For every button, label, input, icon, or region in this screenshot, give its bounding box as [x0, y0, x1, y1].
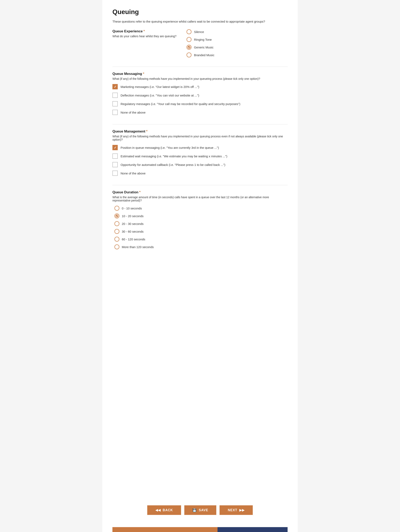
divider-3 [112, 185, 288, 185]
checkbox-box-none-management[interactable] [112, 171, 118, 176]
radio-label-generic: Generic Music [194, 46, 213, 49]
checkbox-label-regulatory: Regulatory messages (i.e. "Your call may… [121, 102, 240, 106]
queue-duration-subtitle: What is the average amount of time (in s… [112, 196, 288, 202]
queue-management-title: Queue Management* [112, 129, 288, 133]
radio-label-30-60: 30 - 60 seconds [122, 230, 144, 233]
radio-label-120plus: More than 120 seconds [122, 245, 154, 249]
back-label: BACK [163, 508, 173, 512]
footer-stripe [112, 527, 288, 532]
radio-checked-icon-generic [187, 45, 191, 50]
queue-experience-subtitle: What do your callers hear whilst they ar… [112, 35, 176, 38]
radio-60-120[interactable]: 60 - 120 seconds [115, 237, 288, 241]
checkbox-deflection[interactable]: Deflection messages (i.e. "You can visit… [112, 93, 288, 98]
radio-circle-silence[interactable] [187, 29, 191, 34]
back-arrow-icon: ◀◀ [155, 508, 161, 512]
button-row: ◀◀ BACK 💾 SAVE NEXT ▶▶ [112, 505, 288, 525]
checkbox-label-none-management: None of the above [121, 171, 146, 175]
queue-experience-options: Silence Ringing Tone Gener [187, 29, 288, 57]
queue-management-options: Position in queue messaging (i.e. "You a… [112, 145, 288, 176]
queue-experience-title: Queue Experience* [112, 29, 176, 33]
checkbox-label-position: Position in queue messaging (i.e. "You a… [121, 146, 219, 149]
page-title: Queuing [112, 8, 288, 16]
checkbox-regulatory[interactable]: Regulatory messages (i.e. "Your call may… [112, 101, 288, 107]
radio-label-silence: Silence [194, 30, 204, 34]
divider-2 [112, 124, 288, 124]
save-icon: 💾 [193, 508, 197, 512]
radio-0-10[interactable]: 0 - 10 seconds [115, 206, 288, 211]
back-button[interactable]: ◀◀ BACK [147, 505, 181, 515]
radio-120plus[interactable]: More than 120 seconds [115, 244, 288, 249]
radio-label-60-120: 60 - 120 seconds [122, 238, 145, 241]
radio-label-10-20: 10 - 20 seconds [122, 214, 144, 218]
queue-experience-section: Queue Experience* What do your callers h… [112, 29, 288, 57]
divider-1 [112, 67, 288, 67]
radio-checked-icon-10-20 [115, 214, 119, 218]
radio-generic-music[interactable]: Generic Music [187, 45, 288, 50]
footer-orange [112, 527, 218, 532]
page-wrapper: Queuing These questions refer to the que… [102, 0, 298, 532]
queue-management-subtitle: What (if any) of the following methods h… [112, 135, 288, 141]
queue-messaging-options: Marketing messages (i.e. "Our latest wid… [112, 84, 288, 115]
radio-30-60[interactable]: 30 - 60 seconds [115, 229, 288, 234]
checkbox-box-callback[interactable] [112, 162, 118, 167]
checkbox-estimated-wait[interactable]: Estimated wait messaging (i.e. "We estim… [112, 153, 288, 159]
save-button[interactable]: 💾 SAVE [184, 505, 216, 515]
checkbox-none-messaging[interactable]: None of the above [112, 110, 288, 115]
queue-messaging-title: Queue Messaging* [112, 72, 288, 76]
radio-circle-ringing[interactable] [187, 37, 191, 42]
next-arrow-icon: ▶▶ [239, 508, 245, 512]
checkbox-label-deflection: Deflection messages (i.e. "You can visit… [121, 94, 199, 97]
radio-circle-0-10[interactable] [115, 206, 119, 211]
checkbox-callback[interactable]: Opportunity for automated callback (i.e.… [112, 162, 288, 167]
radio-label-20-30: 20 - 30 seconds [122, 222, 144, 226]
radio-branded-music[interactable]: Branded Music [187, 52, 288, 57]
radio-circle-20-30[interactable] [115, 221, 119, 226]
radio-circle-60-120[interactable] [115, 237, 119, 241]
checkbox-label-estimated: Estimated wait messaging (i.e. "We estim… [121, 154, 227, 158]
radio-20-30[interactable]: 20 - 30 seconds [115, 221, 288, 226]
checkbox-box-position[interactable] [112, 145, 118, 150]
radio-label-0-10: 0 - 10 seconds [122, 207, 142, 210]
queue-duration-title: Queue Duration* [112, 190, 288, 194]
bottom-bar: ◀◀ BACK 💾 SAVE NEXT ▶▶ [112, 497, 288, 525]
checkbox-box-deflection[interactable] [112, 93, 118, 98]
next-label: NEXT [228, 508, 237, 512]
radio-silence[interactable]: Silence [187, 29, 288, 34]
checkbox-box-estimated[interactable] [112, 153, 118, 159]
save-label: SAVE [199, 508, 208, 512]
checkbox-box-none-messaging[interactable] [112, 110, 118, 115]
checkbox-none-management[interactable]: None of the above [112, 171, 288, 176]
radio-label-ringing: Ringing Tone [194, 38, 212, 41]
radio-label-branded: Branded Music [194, 53, 214, 57]
checkbox-label-none-messaging: None of the above [121, 111, 146, 114]
checkbox-position[interactable]: Position in queue messaging (i.e. "You a… [112, 145, 288, 150]
radio-circle-120plus[interactable] [115, 244, 119, 249]
checkbox-label-marketing: Marketing messages (i.e. "Our latest wid… [121, 85, 199, 89]
queue-duration-section: Queue Duration* What is the average amou… [112, 190, 288, 249]
queue-duration-options: 0 - 10 seconds 10 - 20 seconds 20 - 30 s… [115, 206, 288, 249]
radio-circle-30-60[interactable] [115, 229, 119, 234]
radio-circle-branded[interactable] [187, 52, 191, 57]
checkbox-box-regulatory[interactable] [112, 101, 118, 107]
next-button[interactable]: NEXT ▶▶ [219, 505, 253, 515]
page-description: These questions refer to the queuing exp… [112, 20, 288, 23]
checkbox-label-callback: Opportunity for automated callback (i.e.… [121, 163, 225, 166]
queue-messaging-section: Queue Messaging* What (if any) of the fo… [112, 72, 288, 115]
radio-10-20[interactable]: 10 - 20 seconds [115, 214, 288, 218]
checkbox-marketing[interactable]: Marketing messages (i.e. "Our latest wid… [112, 84, 288, 89]
queue-management-section: Queue Management* What (if any) of the f… [112, 129, 288, 176]
queue-messaging-subtitle: What (if any) of the following methods h… [112, 77, 288, 80]
checkbox-box-marketing[interactable] [112, 84, 118, 89]
footer-navy [218, 527, 288, 532]
radio-ringing-tone[interactable]: Ringing Tone [187, 37, 288, 42]
